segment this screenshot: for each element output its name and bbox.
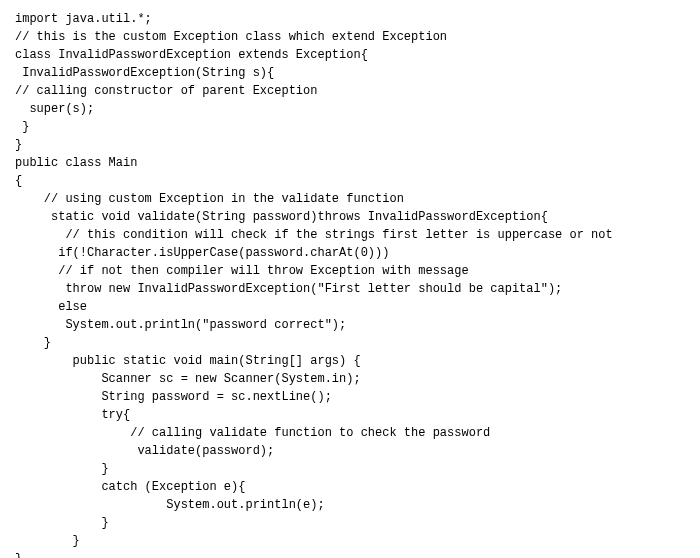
code-line: if(!Character.isUpperCase(password.charA…: [15, 244, 685, 262]
code-line: public static void main(String[] args) {: [15, 352, 685, 370]
code-line: }: [15, 550, 685, 558]
code-line: try{: [15, 406, 685, 424]
code-block: import java.util.*;// this is the custom…: [15, 10, 685, 558]
code-line: String password = sc.nextLine();: [15, 388, 685, 406]
code-line: super(s);: [15, 100, 685, 118]
code-line: // if not then compiler will throw Excep…: [15, 262, 685, 280]
code-line: {: [15, 172, 685, 190]
code-line: System.out.println("password correct");: [15, 316, 685, 334]
code-line: }: [15, 532, 685, 550]
code-line: }: [15, 460, 685, 478]
code-line: Scanner sc = new Scanner(System.in);: [15, 370, 685, 388]
code-line: // this condition will check if the stri…: [15, 226, 685, 244]
code-line: static void validate(String password)thr…: [15, 208, 685, 226]
code-line: validate(password);: [15, 442, 685, 460]
code-line: // calling validate function to check th…: [15, 424, 685, 442]
code-line: public class Main: [15, 154, 685, 172]
code-line: }: [15, 118, 685, 136]
code-line: System.out.println(e);: [15, 496, 685, 514]
code-line: // this is the custom Exception class wh…: [15, 28, 685, 46]
code-line: }: [15, 334, 685, 352]
code-line: // using custom Exception in the validat…: [15, 190, 685, 208]
code-line: InvalidPasswordException(String s){: [15, 64, 685, 82]
code-line: import java.util.*;: [15, 10, 685, 28]
code-line: // calling constructor of parent Excepti…: [15, 82, 685, 100]
code-line: throw new InvalidPasswordException("Firs…: [15, 280, 685, 298]
code-line: else: [15, 298, 685, 316]
code-line: catch (Exception e){: [15, 478, 685, 496]
code-line: }: [15, 514, 685, 532]
code-line: }: [15, 136, 685, 154]
code-line: class InvalidPasswordException extends E…: [15, 46, 685, 64]
